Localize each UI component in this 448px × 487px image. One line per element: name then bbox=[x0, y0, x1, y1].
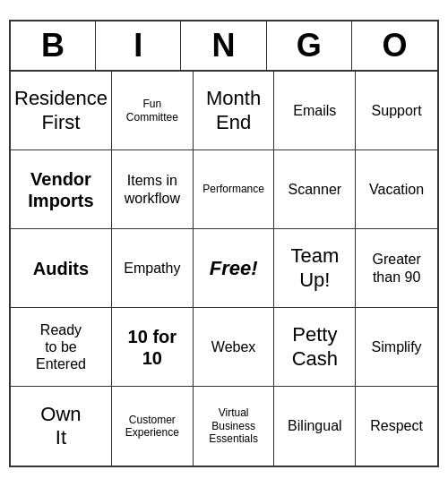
bingo-cell: Audits bbox=[11, 229, 112, 308]
bingo-cell: Emails bbox=[274, 72, 356, 150]
bingo-cell: Performance bbox=[194, 150, 275, 229]
bingo-cell: Empathy bbox=[112, 229, 194, 308]
bingo-grid: Residence FirstFun CommitteeMonth EndEma… bbox=[11, 72, 437, 466]
bingo-cell: Own It bbox=[11, 387, 112, 466]
bingo-cell: Webex bbox=[194, 308, 275, 387]
cell-text: Webex bbox=[211, 338, 256, 355]
header-letter: N bbox=[181, 21, 266, 70]
bingo-cell: Simplify bbox=[356, 308, 437, 387]
cell-text: Vacation bbox=[369, 181, 424, 198]
header-letter: O bbox=[352, 21, 437, 70]
bingo-cell: Items in workflow bbox=[112, 150, 194, 229]
cell-text: Emails bbox=[293, 102, 336, 119]
bingo-cell: Respect bbox=[356, 387, 437, 466]
cell-text: Bilingual bbox=[288, 417, 341, 434]
bingo-cell: Month End bbox=[194, 72, 275, 150]
header-letter: I bbox=[96, 21, 181, 70]
cell-text: Customer Experience bbox=[125, 414, 179, 440]
cell-text: Greater than 90 bbox=[372, 251, 420, 285]
bingo-cell: Scanner bbox=[274, 150, 356, 229]
cell-text: Vendor Imports bbox=[28, 168, 93, 211]
cell-text: Petty Cash bbox=[292, 323, 338, 371]
bingo-cell: Residence First bbox=[11, 72, 112, 150]
bingo-header: BINGO bbox=[11, 21, 437, 72]
cell-text: Items in workflow bbox=[125, 172, 180, 206]
bingo-cell: Virtual Business Essentials bbox=[194, 387, 275, 466]
bingo-cell: Vacation bbox=[356, 150, 437, 229]
cell-text: Ready to be Entered bbox=[36, 321, 86, 373]
cell-text: Respect bbox=[370, 417, 423, 434]
bingo-card: BINGO Residence FirstFun CommitteeMonth … bbox=[9, 20, 439, 467]
cell-text: Simplify bbox=[372, 338, 422, 355]
cell-text: Residence First bbox=[14, 87, 108, 134]
cell-text: Month End bbox=[206, 87, 261, 134]
header-letter: G bbox=[267, 21, 352, 70]
header-letter: B bbox=[11, 21, 96, 70]
bingo-cell: Customer Experience bbox=[112, 387, 194, 466]
cell-text: Virtual Business Essentials bbox=[209, 406, 258, 445]
bingo-cell: Bilingual bbox=[274, 387, 356, 466]
cell-text: Fun Committee bbox=[126, 98, 178, 124]
bingo-cell: Free! bbox=[194, 229, 275, 308]
cell-text: Empathy bbox=[124, 260, 180, 277]
cell-text: Own It bbox=[40, 403, 81, 450]
bingo-cell: 10 for 10 bbox=[112, 308, 194, 387]
bingo-cell: Team Up! bbox=[274, 229, 356, 308]
bingo-cell: Greater than 90 bbox=[356, 229, 437, 308]
bingo-cell: Petty Cash bbox=[274, 308, 356, 387]
bingo-cell: Fun Committee bbox=[112, 72, 194, 150]
bingo-cell: Support bbox=[356, 72, 437, 150]
cell-text: Performance bbox=[202, 183, 264, 195]
bingo-cell: Ready to be Entered bbox=[11, 308, 112, 387]
cell-text: Free! bbox=[210, 257, 258, 280]
cell-text: Team Up! bbox=[290, 244, 339, 292]
cell-text: Scanner bbox=[289, 181, 342, 198]
cell-text: Support bbox=[372, 102, 422, 119]
bingo-cell: Vendor Imports bbox=[11, 150, 112, 229]
cell-text: Audits bbox=[33, 258, 89, 279]
cell-text: 10 for 10 bbox=[128, 326, 177, 369]
